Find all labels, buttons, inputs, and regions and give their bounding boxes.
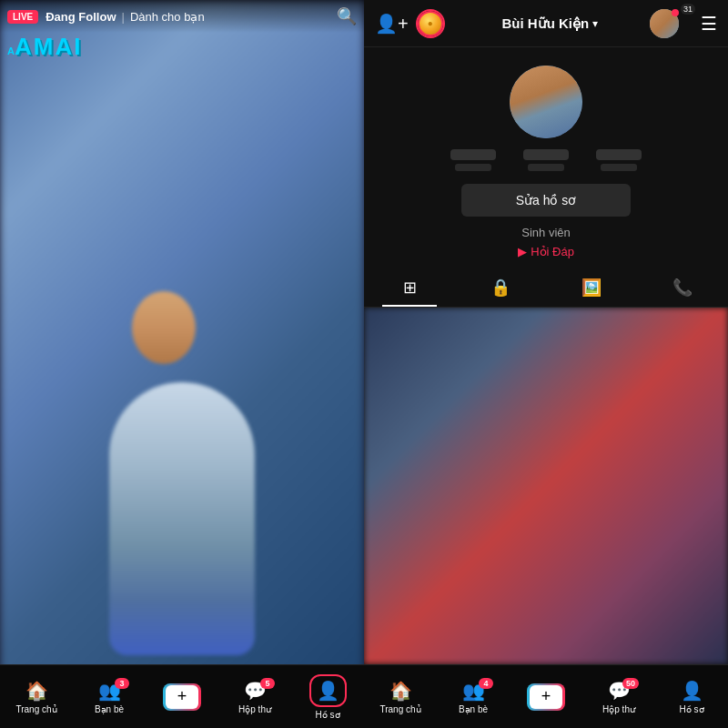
right-nav-plus[interactable]: +: [519, 683, 573, 711]
person-head: [132, 291, 196, 364]
nav-item-home-left[interactable]: 🏠 Trang chủ: [9, 680, 64, 714]
profile-icon: 👤: [317, 681, 339, 701]
stat-likes: [596, 149, 642, 171]
content-background: [364, 308, 728, 664]
right-friends-label: Bạn bè: [459, 704, 488, 714]
stats-row: [450, 149, 642, 171]
friends-label: Bạn bè: [95, 704, 124, 714]
profile-icon-border: 👤: [309, 674, 347, 707]
coin-symbol: ●: [428, 18, 433, 28]
top-bar-divider: |: [122, 10, 125, 24]
profile-label: Hồ sơ: [316, 710, 340, 720]
inbox-label: Hộp thư: [238, 704, 271, 714]
logo-prefix: A: [7, 46, 15, 56]
username-text: Bùi Hữu Kiện: [502, 15, 590, 32]
tab-activity[interactable]: 📞: [637, 268, 728, 307]
stat-num-3: [596, 149, 642, 160]
left-panel: LIVE Đang Follow | Dành cho bạn 🔍 AAMAI …: [0, 0, 364, 728]
nav-item-plus-left[interactable]: +: [155, 683, 209, 711]
tab-videos[interactable]: ⊞: [364, 268, 455, 307]
left-bottom-nav: 🏠 Trang chủ 👥 3 Bạn bè + 💬 5 Hộp thư 👤 H…: [0, 664, 364, 728]
right-inbox-label: Hộp thư: [602, 704, 635, 714]
nav-item-inbox-left[interactable]: 💬 5 Hộp thư: [228, 680, 282, 714]
profile-avatar: [510, 66, 582, 138]
right-plus-button[interactable]: +: [527, 683, 565, 711]
tab-liked-icon: 🖼️: [581, 278, 602, 298]
top-bar-foryou[interactable]: Dành cho bạn: [130, 10, 205, 24]
right-home-icon: 🏠: [389, 680, 412, 702]
right-bottom-nav: 🏠 Trang chủ 👥 4 Bạn bè + 💬 50 Hộp thư 👤 …: [364, 664, 728, 728]
notification-dot: [672, 9, 679, 16]
home-icon: 🏠: [25, 680, 48, 702]
hoi-dap-link[interactable]: ▶ Hỏi Đáp: [518, 245, 574, 258]
hoi-dap-label: Hỏi Đáp: [531, 245, 574, 258]
avatar-container: 31: [650, 9, 686, 38]
stat-num-2: [523, 149, 569, 160]
username-area: Bùi Hữu Kiện ▾: [450, 15, 650, 32]
right-friends-badge: 4: [479, 678, 493, 689]
inbox-badge: 5: [260, 678, 275, 689]
stat-num-1: [450, 149, 496, 160]
nav-item-profile-left[interactable]: 👤 Hồ sơ: [300, 674, 355, 720]
nav-item-friends-left[interactable]: 👥 3 Bạn bè: [82, 680, 136, 714]
plus-button[interactable]: +: [163, 683, 201, 711]
tab-activity-icon: 📞: [672, 278, 693, 298]
search-icon[interactable]: 🔍: [337, 6, 357, 26]
chevron-down-icon[interactable]: ▾: [592, 17, 598, 30]
friends-badge: 3: [115, 678, 129, 689]
right-panel: 👤+ ● Bùi Hữu Kiện ▾ 31 ☰: [364, 0, 728, 728]
right-profile-label: Hồ sơ: [680, 704, 704, 714]
stat-label-3: [601, 164, 637, 171]
stat-following: [450, 149, 496, 171]
profile-section: Sửa hồ sơ Sinh viên ▶ Hỏi Đáp: [364, 47, 728, 268]
right-inbox-badge: 50: [622, 678, 639, 689]
tab-videos-icon: ⊞: [403, 278, 417, 298]
right-nav-friends[interactable]: 👥 4 Bạn bè: [446, 680, 500, 714]
right-plus-icon: +: [530, 685, 562, 709]
right-home-label: Trang chủ: [379, 704, 420, 714]
right-nav-profile[interactable]: 👤 Hồ sơ: [664, 680, 719, 714]
right-nav-inbox[interactable]: 💬 50 Hộp thư: [592, 680, 646, 714]
person-body: [109, 382, 255, 655]
right-nav-home[interactable]: 🏠 Trang chủ: [373, 680, 428, 714]
person-silhouette: [91, 291, 273, 655]
logo-text: AMAI: [15, 33, 82, 60]
plus-icon: +: [166, 685, 198, 709]
stat-followers: [523, 149, 569, 171]
tab-private[interactable]: 🔒: [455, 268, 546, 307]
avatar-badge-number: 31: [681, 4, 695, 15]
bio-text: Sinh viên: [521, 226, 570, 239]
content-grid: [364, 308, 728, 664]
avatar-small: [650, 9, 679, 38]
profile-avatar-image: [510, 66, 582, 138]
left-top-bar: LIVE Đang Follow | Dành cho bạn 🔍: [0, 0, 364, 33]
right-top-bar: 👤+ ● Bùi Hữu Kiện ▾ 31 ☰: [364, 0, 728, 47]
add-friend-icon[interactable]: 👤+: [375, 13, 409, 35]
stat-label-1: [455, 164, 491, 171]
right-profile-icon: 👤: [681, 680, 703, 702]
tab-liked[interactable]: 🖼️: [546, 268, 637, 307]
hamburger-icon[interactable]: ☰: [701, 13, 717, 35]
edit-profile-button[interactable]: Sửa hồ sơ: [461, 184, 632, 217]
tab-bar: ⊞ 🔒 🖼️ 📞: [364, 268, 728, 308]
stat-label-2: [528, 164, 564, 171]
tab-private-icon: 🔒: [490, 278, 511, 298]
hoi-dap-icon: ▶: [518, 245, 527, 258]
top-bar-following[interactable]: Đang Follow: [46, 10, 116, 24]
logo-area: AAMAI: [7, 33, 82, 61]
coin-icon[interactable]: ●: [418, 11, 443, 36]
home-label: Trang chủ: [15, 704, 56, 714]
live-badge: LIVE: [7, 10, 38, 24]
